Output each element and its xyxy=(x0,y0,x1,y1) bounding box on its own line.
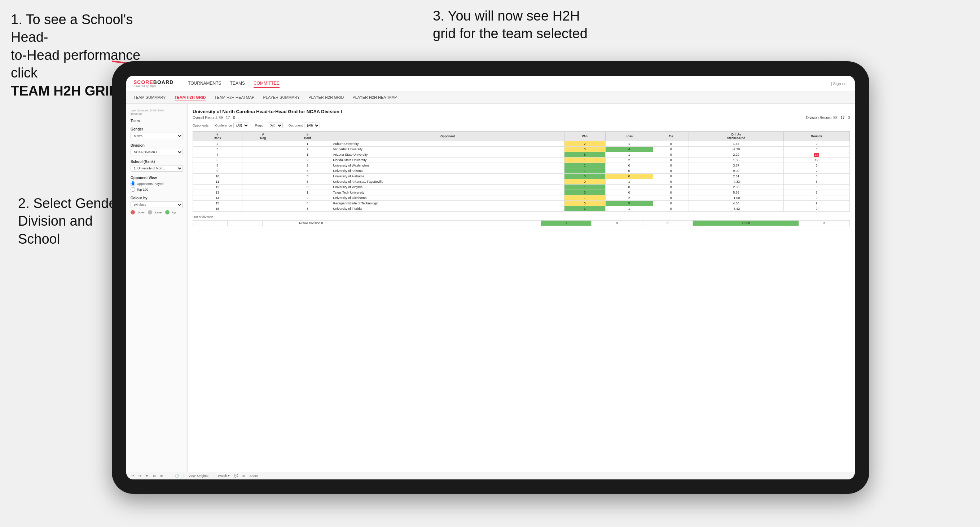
watch-btn[interactable]: Watch ▾ xyxy=(218,474,230,478)
table-row: 13 1 Texas Tech University 3 0 0 5.56 9 xyxy=(193,190,850,195)
table-row: 4 1 Arizona State University 5 1 0 2.29 … xyxy=(193,152,850,157)
comment-btn[interactable]: 💬 xyxy=(234,474,238,478)
sub-nav-player-summary[interactable]: PLAYER SUMMARY xyxy=(263,94,300,101)
table-row: 8 2 University of Washington 1 0 0 3.67 … xyxy=(193,163,850,168)
table-row: 9 3 University of Arizona 1 0 0 9.00 2 xyxy=(193,168,850,174)
nav-items: TOURNAMENTS TEAMS COMMITTEE xyxy=(188,79,820,88)
table-row: 16 3 University of Florida 3 1 0 -6.42 9 xyxy=(193,206,850,211)
crop-btn[interactable]: ⊞ xyxy=(153,474,156,478)
table-row: 6 2 Florida State University 1 2 0 1.83 … xyxy=(193,157,850,163)
col-conf: #Conf xyxy=(284,132,331,141)
sub-nav-player-h2h-grid[interactable]: PLAYER H2H GRID xyxy=(309,94,344,101)
table-row: 11 6 University of Arkansas, Fayettevill… xyxy=(193,179,850,184)
tablet-screen: SCOREBOARD Powered by clippi TOURNAMENTS… xyxy=(126,76,855,479)
legend-down-dot xyxy=(130,210,135,214)
nav-bar: SCOREBOARD Powered by clippi TOURNAMENTS… xyxy=(126,76,855,92)
sub-nav-player-h2h-heatmap[interactable]: PLAYER H2H HEATMAP xyxy=(352,94,397,101)
sidebar-team-section: Team xyxy=(130,119,183,123)
tablet-frame: SCOREBOARD Powered by clippi TOURNAMENTS… xyxy=(112,61,869,494)
undo-btn[interactable]: ↩ xyxy=(131,474,134,478)
nav-committee[interactable]: COMMITTEE xyxy=(254,79,280,88)
filter-row: Opponents: Conference (All) Region (All) xyxy=(192,122,850,128)
sign-out[interactable]: | Sign out xyxy=(831,81,848,86)
col-rank: #Rank xyxy=(193,132,242,141)
sub-nav-team-h2h-heatmap[interactable]: TEAM H2H HEATMAP xyxy=(214,94,254,101)
col-diff: Diff AvStrokes/Rnd xyxy=(689,132,783,141)
legend-level-dot xyxy=(148,210,152,214)
nav-teams[interactable]: TEAMS xyxy=(230,79,245,88)
division-record: Division Record: 88 - 17 - 0 xyxy=(806,116,850,120)
conference-filter: Conference (All) xyxy=(215,122,250,128)
bottom-toolbar: ↩ ↪ ⬅ ⊞ ⊕ — 🕐 | View: Original | Watch ▾… xyxy=(126,472,855,479)
colour-by-select[interactable]: Win/loss xyxy=(130,202,183,208)
sidebar: Last Updated: 27/03/2024 16:55:38 Team G… xyxy=(126,104,188,472)
annotation-bottom-left: 2. Select Gender, Division and School xyxy=(18,195,124,248)
opponent-view-radio-group: Opponents Played Top 100 xyxy=(130,181,183,192)
grid-title: University of North Carolina Head-to-Hea… xyxy=(192,109,850,114)
nav-tournaments[interactable]: TOURNAMENTS xyxy=(188,79,221,88)
table-row: 15 4 Georgia Institute of Technology 0 5… xyxy=(193,201,850,206)
col-rounds: Rounds xyxy=(783,132,850,141)
table-row: 10 5 University of Alabama 3 0 0 2.61 8 xyxy=(193,174,850,179)
sub-nav-team-summary[interactable]: TEAM SUMMARY xyxy=(134,94,166,101)
sub-nav: TEAM SUMMARY TEAM H2H GRID TEAM H2H HEAT… xyxy=(126,92,855,104)
col-reg: #Reg xyxy=(242,132,284,141)
conference-select[interactable]: (All) xyxy=(233,122,249,128)
table-row: 12 3 University of Virginia 1 0 0 2.33 3 xyxy=(193,184,850,190)
opponent-select[interactable]: (All) xyxy=(304,122,320,128)
table-row: 2 1 Auburn University 2 1 0 1.67 9 xyxy=(193,141,850,147)
main-content: Last Updated: 27/03/2024 16:55:38 Team G… xyxy=(126,104,855,472)
share-btn[interactable]: Share xyxy=(250,474,258,478)
sidebar-colour-section: Colour by Win/loss Down Level Up xyxy=(130,196,183,214)
col-opponent: Opponent xyxy=(331,132,565,141)
out-of-division: Out of division NCAA Division II 1 0 0 xyxy=(192,215,850,226)
col-tie: Tie xyxy=(653,132,689,141)
sidebar-division-section: Division NCAA Division I xyxy=(130,143,183,156)
school-select[interactable]: 1. University of Nort... xyxy=(130,165,183,171)
region-select[interactable]: (All) xyxy=(267,122,283,128)
col-loss: Loss xyxy=(605,132,653,141)
grid-record-row: Overall Record: 89 - 17 - 0 Division Rec… xyxy=(192,116,850,120)
legend-up-dot xyxy=(165,210,170,214)
table-row: 14 2 University of Oklahoma 1 2 0 -1.00 … xyxy=(193,195,850,201)
gender-select[interactable]: Men's xyxy=(130,133,183,139)
opponent-played-radio[interactable]: Opponents Played xyxy=(130,181,183,186)
sidebar-gender-section: Gender Men's xyxy=(130,127,183,139)
annotation-top-right: 3. You will now see H2H grid for the tea… xyxy=(433,7,587,43)
sidebar-school-section: School (Rank) 1. University of Nort... xyxy=(130,160,183,171)
h2h-table: #Rank #Reg #Conf Opponent Win Loss Tie D… xyxy=(192,131,850,211)
out-of-division-row: NCAA Division II 1 0 0 26.00 3 xyxy=(193,221,850,226)
division-select[interactable]: NCAA Division I xyxy=(130,149,183,156)
back-btn[interactable]: ⬅ xyxy=(146,474,149,478)
opponents-filter: Opponents: xyxy=(192,124,210,127)
grid-area: University of North Carolina Head-to-Hea… xyxy=(188,104,855,472)
overall-record: Overall Record: 89 - 17 - 0 xyxy=(192,116,235,120)
dash-btn[interactable]: — xyxy=(167,474,170,478)
col-win: Win xyxy=(564,132,605,141)
grid-btn[interactable]: ⊞ xyxy=(242,474,245,478)
out-of-division-table: NCAA Division II 1 0 0 26.00 3 xyxy=(192,220,850,226)
view-original-btn[interactable]: View: Original xyxy=(188,474,208,478)
region-filter: Region (All) xyxy=(255,122,283,128)
clock-btn[interactable]: 🕐 xyxy=(175,474,179,478)
last-updated: Last Updated: 27/03/2024 16:55:38 xyxy=(130,109,183,115)
redo-btn[interactable]: ↪ xyxy=(138,474,142,478)
sub-nav-team-h2h-grid[interactable]: TEAM H2H GRID xyxy=(175,94,206,101)
sidebar-opponent-view-section: Opponent View Opponents Played Top 100 xyxy=(130,176,183,192)
opponent-filter: Opponent (All) xyxy=(288,122,320,128)
add-btn[interactable]: ⊕ xyxy=(160,474,163,478)
top100-radio[interactable]: Top 100 xyxy=(130,187,183,192)
colour-legend: Down Level Up xyxy=(130,210,183,214)
logo: SCOREBOARD Powered by clippi xyxy=(134,80,173,87)
table-row: 3 2 Vanderbilt University 0 4 0 -2.29 8 xyxy=(193,147,850,152)
